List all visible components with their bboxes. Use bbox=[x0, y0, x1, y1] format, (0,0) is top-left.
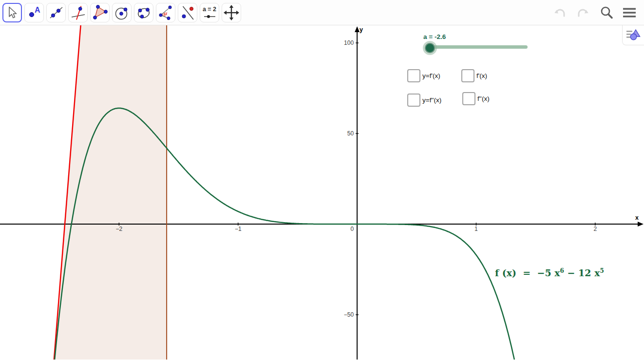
line-icon bbox=[48, 4, 64, 21]
checkbox-row-y-fprime: y=f'(x) bbox=[407, 69, 440, 82]
checkbox-label-fprime: f'(x) bbox=[476, 72, 487, 79]
x-tick-label: −2 bbox=[116, 226, 123, 232]
move-graphics-icon bbox=[223, 4, 240, 21]
reflect-icon bbox=[179, 4, 196, 21]
svg-text:a = 2: a = 2 bbox=[203, 6, 216, 13]
checkbox-row-fprime: f'(x) bbox=[461, 69, 487, 82]
y-tick-label: −50 bbox=[344, 311, 354, 318]
svg-text:α: α bbox=[164, 11, 168, 16]
tool-polygon[interactable] bbox=[90, 3, 110, 22]
graphics-settings-icon bbox=[626, 28, 641, 42]
header-actions bbox=[551, 0, 637, 25]
tool-perpendicular-line[interactable] bbox=[68, 3, 88, 22]
checkbox-label-y-fprime: y=f'(x) bbox=[422, 72, 440, 79]
checkbox-y-fsecond[interactable] bbox=[407, 94, 420, 107]
checkbox-label-fsecond: f''(x) bbox=[477, 95, 490, 102]
shaded-region[interactable] bbox=[54, 25, 167, 360]
point-icon: A bbox=[26, 4, 42, 21]
checkbox-y-fprime[interactable] bbox=[407, 69, 420, 82]
tool-move-graphics[interactable] bbox=[222, 3, 241, 22]
y-axis-label: y bbox=[360, 26, 363, 33]
perpendicular-line-icon bbox=[70, 4, 86, 21]
angle-icon: α bbox=[157, 4, 174, 21]
search-button[interactable] bbox=[598, 4, 615, 21]
checkbox-fprime[interactable] bbox=[461, 69, 474, 82]
tool-angle[interactable]: α bbox=[156, 3, 175, 22]
origin-label: 0 bbox=[350, 226, 354, 232]
graphics-view[interactable]: xy−2−112−50501000 a = -2.6 y=f'(x) f'(x)… bbox=[0, 25, 644, 360]
conic-icon bbox=[135, 4, 152, 21]
y-axis-arrow bbox=[355, 26, 360, 32]
svg-text:A: A bbox=[35, 6, 40, 14]
x-tick-label: 1 bbox=[474, 226, 478, 232]
slider-track[interactable] bbox=[429, 45, 528, 49]
tool-circle[interactable] bbox=[112, 3, 132, 22]
tool-move[interactable] bbox=[2, 3, 22, 22]
x-axis-arrow bbox=[638, 222, 644, 227]
toolbar: A bbox=[0, 0, 644, 25]
x-tick-label: −1 bbox=[235, 226, 242, 232]
slider-knob[interactable] bbox=[425, 43, 435, 53]
polygon-icon bbox=[92, 4, 108, 21]
tool-reflect[interactable] bbox=[178, 3, 197, 22]
plot-canvas[interactable]: xy−2−112−50501000 bbox=[0, 25, 644, 360]
slider-icon: a = 2 bbox=[201, 4, 218, 21]
tool-point[interactable]: A bbox=[24, 3, 44, 22]
circle-icon bbox=[114, 4, 130, 21]
redo-icon bbox=[576, 6, 590, 19]
tool-line[interactable] bbox=[46, 3, 66, 22]
tool-conic[interactable] bbox=[134, 3, 153, 22]
cursor-icon bbox=[4, 4, 20, 21]
menu-button[interactable] bbox=[622, 6, 637, 19]
hamburger-menu-icon bbox=[623, 7, 636, 19]
function-label[interactable]: f (x) = −5 x6 − 12 x5 bbox=[495, 267, 604, 278]
checkbox-fsecond[interactable] bbox=[462, 92, 475, 105]
search-icon bbox=[599, 5, 614, 20]
checkbox-label-y-fsecond: y=f''(x) bbox=[422, 96, 441, 104]
y-tick-label: 100 bbox=[344, 39, 354, 46]
checkbox-row-fsecond: f''(x) bbox=[462, 92, 490, 105]
checkbox-row-y-fsecond: y=f''(x) bbox=[407, 94, 441, 107]
redo-button[interactable] bbox=[575, 5, 591, 20]
x-tick-label: 2 bbox=[593, 226, 597, 232]
tool-buttons: A bbox=[2, 3, 241, 22]
stylebar-toggle-button[interactable] bbox=[622, 25, 644, 45]
undo-icon bbox=[552, 6, 567, 19]
tool-slider[interactable]: a = 2 bbox=[200, 3, 219, 22]
geogebra-app: A bbox=[0, 0, 644, 360]
undo-button[interactable] bbox=[551, 5, 568, 20]
y-tick-label: 50 bbox=[347, 130, 354, 137]
slider-label[interactable]: a = -2.6 bbox=[423, 33, 446, 40]
x-axis-label: x bbox=[635, 214, 639, 221]
